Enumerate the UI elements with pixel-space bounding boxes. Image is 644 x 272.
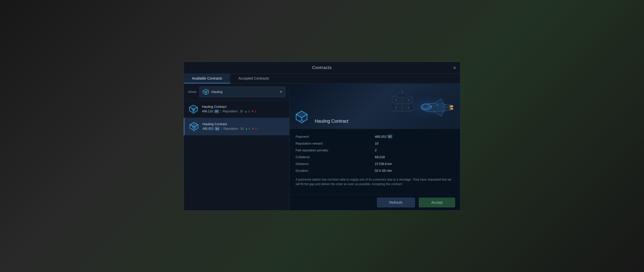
rep-label: Reputation: [223, 127, 239, 130]
distance-label: Distance: [296, 161, 375, 166]
contract-details: 485,052 SC | Reputation: 10 ▲ 2 ▼ 2 [203, 127, 285, 130]
contract-details: 499,110 SC | Reputation: 10 ▲ 2 ▼ 2 [202, 110, 285, 113]
detail-stats: Payment: 485,052 SC Reputation reward: 1… [296, 134, 454, 173]
rep-label: Reputation: [223, 110, 238, 113]
rep-up: ▲ 2 [245, 127, 250, 130]
contract-name: Hauling Contract [203, 122, 285, 126]
fail-penalty-label: Fail reputation penalty: [296, 148, 375, 153]
svg-point-31 [395, 107, 396, 108]
svg-point-37 [422, 104, 428, 108]
svg-point-44 [451, 106, 453, 107]
detail-body: Payment: 485,052 SC Reputation reward: 1… [290, 129, 460, 194]
contract-item[interactable]: Hauling Contract 499,110 SC | Reputation… [184, 100, 289, 118]
rep-value: 10 [240, 127, 244, 130]
svg-point-12 [192, 112, 194, 114]
credit-amount: 499,110 [202, 110, 213, 113]
detail-header: Hauling Contract [290, 84, 460, 129]
hauling-filter-icon [202, 88, 209, 95]
contract-name: Hauling Contract [202, 105, 285, 109]
payment-value: 485,052 SC [375, 134, 454, 139]
payment-label: Payment: [296, 134, 375, 139]
tab-accepted-contracts[interactable]: Accepted Contracts [230, 74, 277, 83]
accept-button[interactable]: Accept [419, 198, 455, 207]
svg-point-30 [408, 99, 409, 100]
svg-point-20 [193, 129, 195, 131]
sc-badge: SC [215, 127, 219, 130]
refresh-button[interactable]: Refresh [377, 198, 415, 207]
tabs-bar: Available Contracts Accepted Contracts [184, 74, 460, 84]
duration-value: 02 h 05 min [375, 168, 454, 173]
svg-point-32 [408, 107, 409, 108]
show-filter-row: Show: [184, 84, 289, 100]
detail-contract-name: Hauling Contract [315, 119, 348, 124]
detail-icon-area: Hauling Contract [295, 110, 348, 124]
modal-body: Show: [184, 84, 460, 210]
sc-badge: SC [214, 110, 219, 113]
filter-dropdown[interactable]: Hauling ▼ [199, 87, 285, 97]
svg-rect-26 [409, 103, 414, 110]
fail-penalty-value: 2 [375, 148, 454, 153]
contract-info: Hauling Contract 485,052 SC | Reputation… [203, 122, 285, 130]
filter-dropdown-inner: Hauling [202, 88, 222, 95]
modal-footer: Refresh Accept [290, 194, 460, 210]
credit-amount: 485,052 [203, 127, 213, 130]
show-label: Show: [188, 90, 197, 94]
tab-available-contracts[interactable]: Available Contracts [184, 74, 230, 83]
filter-selected-label: Hauling [211, 90, 222, 94]
svg-point-49 [437, 105, 438, 106]
svg-point-29 [395, 99, 396, 100]
rep-reward-label: Reputation reward: [296, 141, 375, 146]
contract-info: Hauling Contract 499,110 SC | Reputation… [202, 105, 285, 113]
right-panel: Hauling Contract Payment: 485,052 SC Rep… [290, 84, 460, 210]
modal-header: Contracts × [184, 62, 460, 74]
contract-item[interactable]: Hauling Contract 485,052 SC | Reputation… [184, 118, 289, 135]
distance-value: 21728.8 km [375, 161, 454, 166]
rep-value: 10 [240, 110, 243, 113]
collateral-label: Collateral: [296, 154, 375, 160]
sc-badge: SC [388, 135, 392, 138]
duration-label: Duration: [296, 168, 375, 173]
close-button[interactable]: × [453, 65, 456, 70]
rep-up: ▲ 2 [245, 110, 250, 113]
modal-backdrop: Contracts × Available Contracts Accepted… [0, 0, 644, 272]
collateral-value: 69,518 [375, 154, 454, 160]
rep-down: ▼ 2 [251, 110, 256, 113]
svg-point-48 [431, 106, 432, 107]
payment-amount: 485,052 [375, 135, 387, 139]
rep-reward-value: 10 [375, 141, 454, 146]
rep-down: ▼ 2 [252, 127, 257, 130]
left-panel: Show: [184, 84, 290, 210]
contract-icon [188, 104, 199, 115]
svg-rect-25 [391, 103, 396, 110]
contract-icon [188, 121, 199, 132]
detail-description: A partnered station has not been able to… [296, 177, 454, 186]
svg-point-45 [451, 108, 453, 110]
dropdown-arrow-icon: ▼ [279, 90, 283, 94]
modal-title: Contracts [312, 65, 332, 70]
contracts-modal: Contracts × Available Contracts Accepted… [184, 62, 460, 211]
contract-list: Hauling Contract 499,110 SC | Reputation… [184, 100, 289, 210]
